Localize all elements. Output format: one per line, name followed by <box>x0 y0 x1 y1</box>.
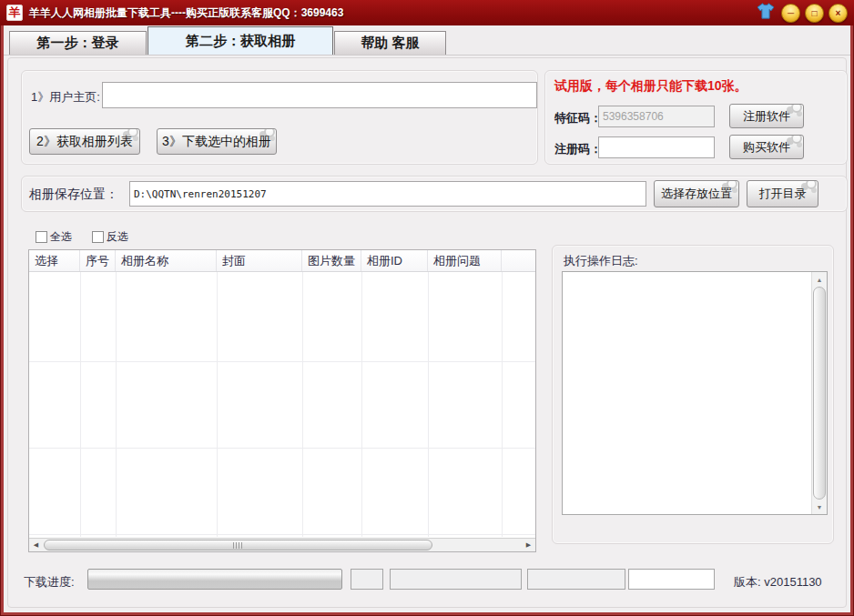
log-area: ▲ ▼ <box>562 271 828 515</box>
column-header-select[interactable]: 选择 <box>29 250 80 271</box>
grid-line <box>428 272 429 537</box>
download-progress-bar <box>87 569 342 590</box>
open-directory-button[interactable]: 打开目录 <box>747 180 818 207</box>
trial-notice: 试用版，每个相册只能下载10张。 <box>554 78 747 95</box>
register-code-input[interactable] <box>598 136 715 158</box>
choose-location-button[interactable]: 选择存放位置 <box>654 180 739 207</box>
homepage-input[interactable] <box>102 82 537 108</box>
tab-bar: 第一步：登录 第二步：获取相册 帮助 客服 <box>4 25 850 56</box>
grid-line <box>217 272 218 537</box>
status-box-small <box>351 569 383 590</box>
grid-line <box>302 272 303 537</box>
save-path-input[interactable] <box>129 181 646 207</box>
scroll-right-icon[interactable]: ▶ <box>522 539 535 551</box>
shirt-icon <box>757 3 775 23</box>
maximize-button[interactable]: □ <box>805 4 824 23</box>
grid-line <box>80 272 81 537</box>
scroll-up-icon[interactable]: ▲ <box>812 272 827 287</box>
invert-selection-checkbox[interactable]: 反选 <box>92 229 128 245</box>
title-bar: 羊 羊羊人人网相册批量下载工具----购买正版联系客服QQ：3699463 ─ … <box>0 0 854 25</box>
column-header-album-id[interactable]: 相册ID <box>361 250 428 271</box>
grid-line <box>29 534 535 535</box>
album-table-header: 选择 序号 相册名称 封面 图片数量 相册ID 相册问题 <box>29 250 535 272</box>
feature-code-input <box>598 106 715 127</box>
save-location-label: 相册保存位置： <box>29 187 118 203</box>
download-progress-label: 下载进度: <box>24 574 75 591</box>
feature-code-label: 特征码： <box>554 110 602 126</box>
log-groupbox: 执行操作日志: ▲ ▼ <box>552 245 834 544</box>
save-location-groupbox: 相册保存位置： 选择存放位置 打开目录 <box>21 176 848 212</box>
get-album-list-button[interactable]: 2》获取相册列表 <box>29 128 140 155</box>
download-selected-button[interactable]: 3》下载选中的相册 <box>157 128 277 155</box>
app-window: 羊 羊羊人人网相册批量下载工具----购买正版联系客服QQ：3699463 ─ … <box>0 0 854 616</box>
checkbox-icon <box>92 231 104 243</box>
vertical-scroll-thumb[interactable] <box>813 287 826 500</box>
log-label: 执行操作日志: <box>564 253 638 269</box>
grid-line <box>29 448 535 449</box>
status-box-2 <box>527 569 625 590</box>
horizontal-scrollbar[interactable]: ◀ ▶ <box>29 538 535 551</box>
buy-software-button[interactable]: 购买软件 <box>729 135 804 159</box>
app-icon: 羊 <box>6 5 23 21</box>
horizontal-scroll-thumb[interactable] <box>44 540 432 550</box>
register-code-label: 注册码： <box>554 141 602 157</box>
grid-line <box>361 272 362 537</box>
status-box-1 <box>390 569 522 590</box>
window-title: 羊羊人人网相册批量下载工具----购买正版联系客服QQ：3699463 <box>29 5 343 21</box>
column-header-photo-count[interactable]: 图片数量 <box>302 250 361 271</box>
tab-step1-login[interactable]: 第一步：登录 <box>9 31 147 55</box>
scroll-grip-icon <box>233 542 244 549</box>
close-button[interactable]: × <box>829 4 848 23</box>
select-all-label: 全选 <box>50 229 72 245</box>
version-label: 版本: v20151130 <box>734 574 822 591</box>
homepage-label: 1》用户主页: <box>31 89 100 106</box>
status-box-count <box>628 569 715 590</box>
register-software-button[interactable]: 注册软件 <box>729 104 804 128</box>
log-textarea[interactable] <box>563 272 811 514</box>
checkbox-icon <box>36 231 47 243</box>
column-header-cover[interactable]: 封面 <box>217 250 302 271</box>
tab-help-support[interactable]: 帮助 客服 <box>334 31 446 55</box>
status-bar: 下载进度: 版本: v20151130 <box>8 563 846 607</box>
step-groupbox: 1》用户主页: 2》获取相册列表 3》下载选中的相册 <box>21 70 538 165</box>
column-header-album-name[interactable]: 相册名称 <box>116 250 217 271</box>
album-table: 选择 序号 相册名称 封面 图片数量 相册ID 相册问题 ◀ <box>28 249 536 552</box>
scroll-down-icon[interactable]: ▼ <box>812 500 827 514</box>
scroll-left-icon[interactable]: ◀ <box>29 539 43 551</box>
column-header-index[interactable]: 序号 <box>80 250 116 271</box>
select-all-checkbox[interactable]: 全选 <box>36 229 72 245</box>
minimize-button[interactable]: ─ <box>781 4 800 23</box>
grid-line <box>502 272 503 537</box>
column-header-album-issue[interactable]: 相册问题 <box>428 250 502 271</box>
grid-line <box>29 361 535 362</box>
invert-selection-label: 反选 <box>107 229 128 245</box>
skin-button[interactable] <box>755 2 777 24</box>
register-groupbox: 试用版，每个相册只能下载10张。 特征码： 注册软件 注册码： 购买软件 <box>544 70 848 165</box>
tab-step2-get-albums[interactable]: 第二步：获取相册 <box>147 26 333 55</box>
selection-controls: 全选 反选 <box>36 229 128 245</box>
main-panel: 1》用户主页: 2》获取相册列表 3》下载选中的相册 试用版，每个相册只能下载1… <box>7 57 847 608</box>
window-controls: ─ □ × <box>755 2 848 24</box>
vertical-scrollbar[interactable]: ▲ ▼ <box>811 272 827 514</box>
grid-line <box>116 272 117 537</box>
